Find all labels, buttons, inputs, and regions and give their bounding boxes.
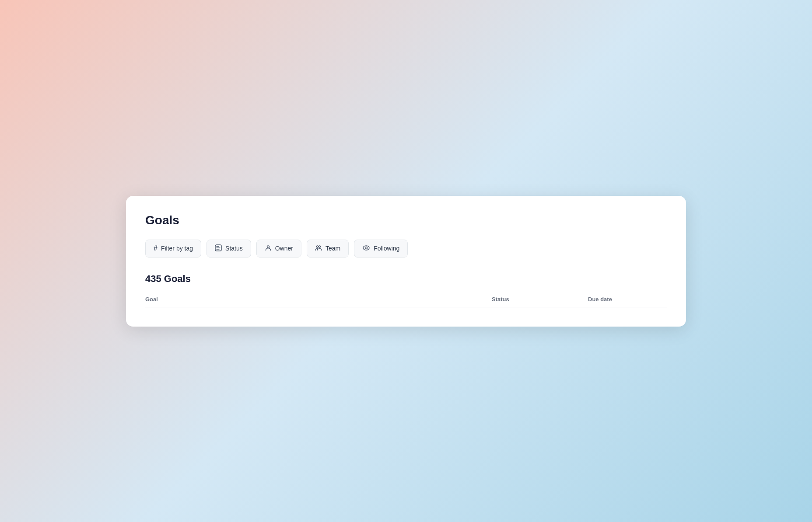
owner-icon — [265, 244, 272, 253]
filter-following[interactable]: Following — [354, 240, 408, 258]
filter-owner[interactable]: Owner — [256, 240, 301, 258]
table-header: Goal Status Due date — [145, 292, 667, 307]
filter-by-tag-icon: # — [154, 244, 158, 252]
page-title: Goals — [145, 213, 667, 227]
svg-point-4 — [363, 246, 369, 250]
svg-point-1 — [267, 246, 269, 248]
header-goal: Goal — [145, 296, 492, 303]
goals-card: Goals #Filter by tagStatusOwnerTeamFollo… — [126, 196, 686, 327]
filter-filter-by-tag[interactable]: #Filter by tag — [145, 240, 201, 258]
status-icon — [215, 244, 222, 253]
goals-count: 435 Goals — [145, 273, 667, 285]
svg-point-5 — [365, 247, 368, 249]
filter-team[interactable]: Team — [307, 240, 349, 258]
header-due-date: Due date — [588, 296, 667, 303]
team-icon — [315, 244, 322, 253]
following-icon — [362, 244, 370, 253]
header-status: Status — [492, 296, 588, 303]
filter-status[interactable]: Status — [206, 240, 251, 258]
filter-bar: #Filter by tagStatusOwnerTeamFollowing — [145, 240, 667, 258]
